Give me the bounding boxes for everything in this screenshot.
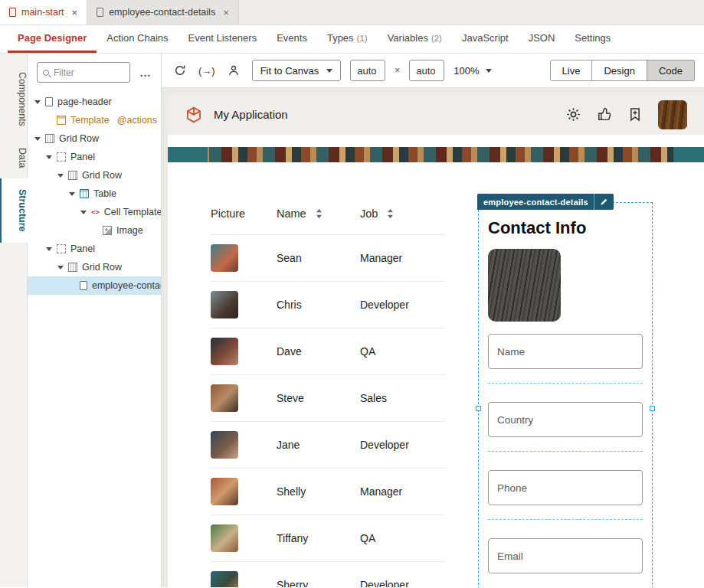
form-cell: Name (488, 334, 643, 384)
tree-item-grid-row[interactable]: Grid Row (28, 166, 161, 185)
table-icon (80, 189, 89, 198)
tree-item-template[interactable]: Template @actions (28, 111, 161, 129)
table-row[interactable]: Jane Developer (211, 422, 444, 469)
tree-item-page-header[interactable]: page-header (28, 93, 161, 111)
filter-input[interactable] (54, 67, 124, 78)
expand-arrow-icon[interactable] (57, 174, 64, 178)
nav-variables[interactable]: Variables(2) (378, 25, 452, 53)
cell-name: Jane (277, 439, 360, 451)
tree-item-table[interactable]: Table (28, 185, 161, 203)
name-field[interactable]: Name (488, 334, 643, 369)
gear-icon[interactable] (566, 107, 581, 122)
tree-item-image[interactable]: Image (28, 221, 161, 240)
rail-tab-data[interactable]: Data (0, 137, 28, 178)
sort-icon[interactable] (316, 208, 323, 219)
close-icon[interactable]: × (221, 7, 229, 18)
table-row[interactable]: Steve Sales (211, 375, 444, 422)
contact-image-placeholder[interactable] (488, 249, 561, 322)
table-row[interactable]: Dave QA (211, 328, 444, 375)
tree-label: Grid Row (59, 133, 99, 144)
header-label: Job (360, 207, 378, 220)
selection-badge[interactable]: employee-contact-details (477, 194, 614, 210)
expand-arrow-icon[interactable] (34, 100, 41, 104)
edit-pencil-icon[interactable] (594, 198, 614, 206)
tree-item-cell-template[interactable]: Cell Template (28, 203, 161, 221)
cell-job: Developer (360, 439, 444, 451)
thumbs-up-icon[interactable] (598, 107, 612, 122)
table-row[interactable]: Tiffany QA (211, 515, 444, 562)
chevron-down-icon (326, 69, 332, 73)
nav-page-designer[interactable]: Page Designer (8, 25, 97, 53)
cell-job: QA (360, 532, 444, 544)
app-header-actions (566, 100, 687, 129)
rail-tab-components[interactable]: Components (0, 61, 28, 137)
cell-job: Developer (360, 299, 444, 311)
sort-icon[interactable] (387, 208, 394, 219)
country-field[interactable]: Country (488, 402, 643, 437)
expand-arrow-icon[interactable] (68, 192, 75, 196)
resize-handle-left[interactable] (476, 406, 481, 411)
app-title: My Application (214, 108, 288, 121)
phone-field[interactable]: Phone (488, 470, 643, 505)
designer-nav: Page Designer Action Chains Event Listen… (0, 25, 704, 54)
page-icon (45, 97, 53, 106)
email-field[interactable]: Email (488, 538, 643, 573)
column-header-picture[interactable]: Picture (211, 207, 277, 220)
expand-arrow-icon[interactable] (34, 137, 41, 141)
contact-panel[interactable]: Contact Info Name Country Phone (478, 202, 653, 587)
expand-arrow-icon[interactable] (45, 247, 52, 251)
tree-item-grid-row[interactable]: Grid Row (28, 258, 161, 276)
close-icon[interactable]: × (70, 7, 78, 18)
header-label: Name (277, 207, 306, 220)
nav-types[interactable]: Types(1) (317, 25, 378, 53)
nav-events[interactable]: Events (267, 25, 317, 53)
more-menu-icon[interactable]: … (136, 66, 155, 79)
table-row[interactable]: Chris Developer (211, 282, 444, 328)
tree-item-panel[interactable]: Panel (28, 240, 161, 258)
user-avatar[interactable] (658, 100, 687, 129)
nav-event-listeners[interactable]: Event Listeners (178, 25, 267, 53)
bookmark-add-icon[interactable] (629, 107, 641, 122)
nav-json[interactable]: JSON (519, 25, 565, 53)
expand-arrow-icon[interactable] (45, 155, 52, 159)
live-sync-icon[interactable] (198, 65, 215, 77)
contact-details-fragment[interactable]: employee-contact-details Contact Info (478, 202, 653, 587)
nav-settings[interactable]: Settings (565, 25, 621, 53)
rail-tab-structure[interactable]: Structure (0, 178, 28, 243)
tree-label: Table (93, 188, 116, 199)
tree-item-panel[interactable]: Panel (28, 148, 161, 166)
fit-to-canvas-dropdown[interactable]: Fit to Canvas (252, 60, 342, 81)
tree-label: page-header (57, 96, 112, 107)
column-header-name[interactable]: Name (277, 207, 360, 220)
column-header-job[interactable]: Job (360, 207, 444, 220)
table-row[interactable]: Shelly Manager (211, 469, 444, 515)
tree-item-grid-row[interactable]: Grid Row (28, 129, 161, 148)
nav-javascript[interactable]: JavaScript (452, 25, 519, 53)
tab-main-start[interactable]: main-start × (0, 0, 87, 24)
nav-label: Variables (388, 32, 428, 44)
table-row[interactable]: Sherry Developer (211, 562, 444, 587)
expand-arrow-icon[interactable] (57, 266, 64, 270)
filter-box[interactable] (37, 62, 130, 83)
page-icon (97, 8, 103, 17)
tree-label: Grid Row (82, 170, 122, 181)
canvas-height-input[interactable] (409, 60, 444, 81)
design-mode-button[interactable]: Design (592, 60, 647, 81)
table-row[interactable]: Sean Manager (211, 235, 444, 282)
refresh-icon[interactable] (171, 61, 189, 80)
live-mode-button[interactable]: Live (550, 60, 593, 81)
cell-job: QA (360, 345, 444, 358)
user-preview-icon[interactable] (224, 61, 243, 80)
visual-builder-window: main-start × employee-contact-details × … (0, 0, 704, 588)
code-mode-button[interactable]: Code (647, 60, 695, 81)
grid-row-icon (45, 134, 54, 143)
size-separator: × (395, 65, 400, 76)
canvas-width-input[interactable] (350, 60, 385, 81)
tree-item-employee-contact-details[interactable]: employee-contact-details (28, 276, 161, 295)
grid-row-icon (68, 263, 77, 272)
resize-handle-right[interactable] (650, 406, 655, 411)
nav-action-chains[interactable]: Action Chains (97, 25, 178, 53)
zoom-dropdown[interactable]: 100% (454, 65, 491, 77)
tab-employee-contact-details[interactable]: employee-contact-details × (87, 0, 239, 24)
expand-arrow-icon[interactable] (80, 211, 87, 214)
